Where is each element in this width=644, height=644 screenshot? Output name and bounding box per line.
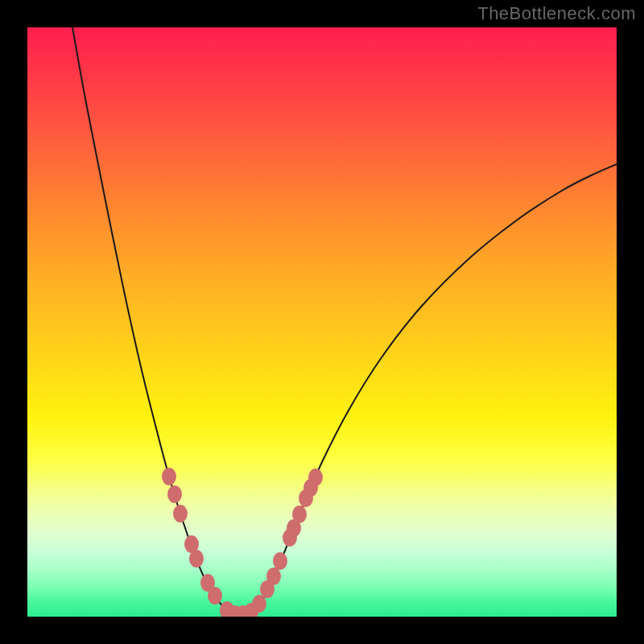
data-marker — [292, 506, 307, 523]
curve-group — [72, 27, 617, 615]
curve-left-branch — [72, 27, 235, 615]
data-marker — [208, 587, 222, 605]
chart-svg — [27, 27, 617, 617]
chart-container: TheBottleneck.com — [0, 0, 644, 644]
curve-right-branch — [250, 164, 617, 615]
data-marker — [266, 568, 281, 585]
data-marker — [162, 468, 176, 485]
data-marker — [167, 485, 182, 503]
attribution-label: TheBottleneck.com — [477, 3, 636, 24]
plot-gradient-area — [27, 27, 617, 617]
data-marker — [273, 552, 287, 570]
data-marker — [189, 550, 204, 568]
data-marker — [173, 505, 188, 522]
marker-group — [162, 468, 323, 617]
data-marker — [252, 595, 266, 613]
data-marker — [308, 469, 323, 486]
